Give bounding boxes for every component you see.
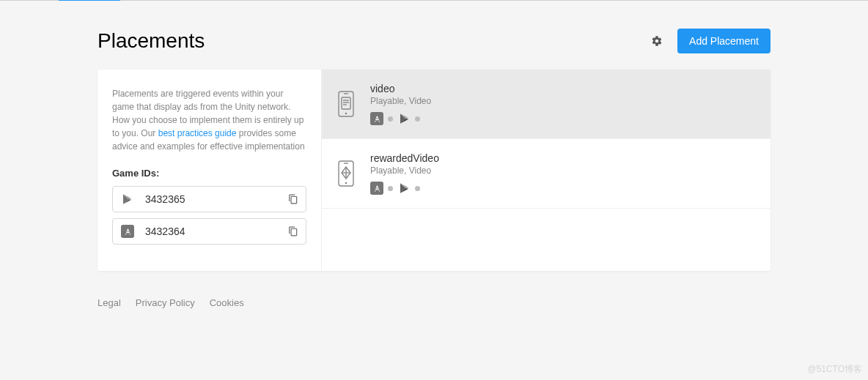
page-title: Placements <box>98 29 205 53</box>
svg-point-1 <box>345 113 347 115</box>
placement-row-rewarded[interactable]: rewardedVideo Playable, Video <box>322 139 770 209</box>
app-store-icon <box>370 112 383 125</box>
placement-subtitle: Playable, Video <box>370 96 750 106</box>
device-diamond-icon <box>338 160 356 187</box>
copy-icon[interactable] <box>288 194 298 204</box>
game-id-value: 3432365 <box>145 193 288 205</box>
footer-legal-link[interactable]: Legal <box>98 297 121 308</box>
placement-row-video[interactable]: video Playable, Video <box>322 70 770 139</box>
game-id-row: 3432365 <box>112 186 306 212</box>
status-dot <box>388 116 393 122</box>
app-store-icon <box>120 224 135 239</box>
footer: Legal Privacy Policy Cookies <box>98 271 770 335</box>
status-dot <box>415 116 420 122</box>
placement-list: video Playable, Video <box>322 70 770 271</box>
svg-rect-3 <box>342 97 350 109</box>
page-header: Placements Add Placement <box>98 1 770 70</box>
app-store-icon <box>370 182 383 195</box>
svg-point-8 <box>345 182 347 185</box>
footer-cookies-link[interactable]: Cookies <box>210 297 244 308</box>
footer-privacy-link[interactable]: Privacy Policy <box>136 297 195 308</box>
game-id-row: 3432364 <box>112 218 306 245</box>
device-document-icon <box>338 91 356 117</box>
platform-indicators <box>370 182 750 195</box>
sidebar: Placements are triggered events within y… <box>98 70 322 271</box>
google-play-icon <box>399 113 411 124</box>
copy-icon[interactable] <box>288 226 298 236</box>
status-dot <box>415 186 420 191</box>
placement-name: rewardedVideo <box>370 152 750 164</box>
settings-icon[interactable] <box>651 35 663 47</box>
best-practices-link[interactable]: best practices guide <box>158 128 237 138</box>
description-text: Placements are triggered events within y… <box>112 87 306 153</box>
google-play-icon <box>120 192 135 206</box>
main-card: Placements are triggered events within y… <box>98 70 770 271</box>
game-ids-label: Game IDs: <box>112 168 306 179</box>
placement-subtitle: Playable, Video <box>370 165 750 176</box>
add-placement-button[interactable]: Add Placement <box>677 29 770 53</box>
tab-indicator <box>0 0 868 1</box>
platform-indicators <box>370 112 750 125</box>
placement-name: video <box>370 83 750 94</box>
status-dot <box>388 186 393 191</box>
google-play-icon <box>399 182 411 194</box>
watermark: @51CTO博客 <box>807 363 862 376</box>
game-id-value: 3432364 <box>145 226 288 237</box>
